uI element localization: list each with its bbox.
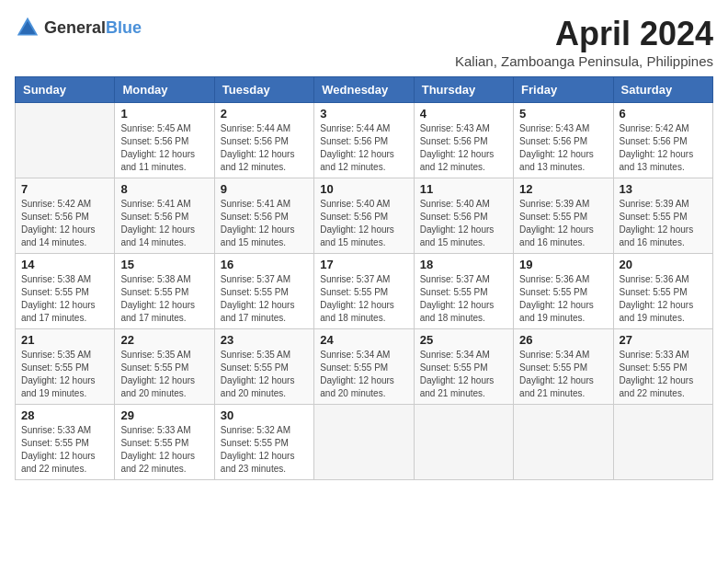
day-info: Sunrise: 5:33 AMSunset: 5:55 PMDaylight:… (21, 424, 108, 476)
logo-text-general: General (44, 18, 106, 37)
logo-text-blue: Blue (106, 18, 142, 37)
day-info: Sunrise: 5:38 AMSunset: 5:55 PMDaylight:… (120, 273, 208, 325)
calendar-cell (414, 405, 513, 480)
day-number: 29 (120, 408, 208, 422)
calendar-cell: 30Sunrise: 5:32 AMSunset: 5:55 PMDayligh… (214, 405, 313, 480)
day-info: Sunrise: 5:39 AMSunset: 5:55 PMDaylight:… (620, 198, 707, 249)
calendar-cell: 25Sunrise: 5:34 AMSunset: 5:55 PMDayligh… (414, 329, 513, 405)
calendar-cell: 15Sunrise: 5:38 AMSunset: 5:55 PMDayligh… (115, 254, 214, 329)
calendar-cell: 9Sunrise: 5:41 AMSunset: 5:56 PMDaylight… (214, 178, 313, 254)
calendar-cell: 23Sunrise: 5:35 AMSunset: 5:55 PMDayligh… (214, 329, 313, 405)
day-info: Sunrise: 5:44 AMSunset: 5:56 PMDaylight:… (320, 122, 407, 174)
day-info: Sunrise: 5:45 AMSunset: 5:56 PMDaylight:… (120, 122, 208, 174)
day-info: Sunrise: 5:33 AMSunset: 5:55 PMDaylight:… (620, 349, 707, 400)
day-info: Sunrise: 5:42 AMSunset: 5:56 PMDaylight:… (620, 122, 707, 174)
calendar-week-row: 14Sunrise: 5:38 AMSunset: 5:55 PMDayligh… (16, 254, 713, 329)
weekday-header-wednesday: Wednesday (314, 77, 414, 103)
day-number: 19 (519, 258, 607, 271)
day-info: Sunrise: 5:34 AMSunset: 5:55 PMDaylight:… (519, 349, 607, 400)
day-number: 12 (519, 182, 607, 196)
day-number: 8 (120, 182, 208, 196)
day-number: 22 (120, 333, 208, 347)
day-number: 11 (420, 182, 507, 196)
calendar-cell: 28Sunrise: 5:33 AMSunset: 5:55 PMDayligh… (16, 405, 115, 480)
calendar-cell: 3Sunrise: 5:44 AMSunset: 5:56 PMDaylight… (314, 103, 414, 178)
day-number: 16 (221, 258, 308, 271)
day-info: Sunrise: 5:38 AMSunset: 5:55 PMDaylight:… (21, 273, 108, 325)
day-info: Sunrise: 5:41 AMSunset: 5:56 PMDaylight:… (221, 198, 308, 249)
day-number: 5 (519, 107, 607, 121)
day-info: Sunrise: 5:34 AMSunset: 5:55 PMDaylight:… (420, 349, 507, 400)
calendar-table: SundayMondayTuesdayWednesdayThursdayFrid… (15, 76, 713, 480)
day-info: Sunrise: 5:32 AMSunset: 5:55 PMDaylight:… (221, 424, 308, 476)
calendar-cell: 26Sunrise: 5:34 AMSunset: 5:55 PMDayligh… (514, 329, 613, 405)
calendar-week-row: 21Sunrise: 5:35 AMSunset: 5:55 PMDayligh… (16, 329, 713, 405)
day-number: 21 (21, 333, 108, 347)
calendar-week-row: 28Sunrise: 5:33 AMSunset: 5:55 PMDayligh… (16, 405, 713, 480)
calendar-cell: 11Sunrise: 5:40 AMSunset: 5:56 PMDayligh… (414, 178, 513, 254)
day-number: 15 (120, 258, 208, 271)
day-info: Sunrise: 5:39 AMSunset: 5:55 PMDaylight:… (519, 198, 607, 249)
day-number: 17 (320, 258, 407, 271)
day-info: Sunrise: 5:43 AMSunset: 5:56 PMDaylight:… (420, 122, 507, 174)
day-number: 13 (620, 182, 707, 196)
day-info: Sunrise: 5:40 AMSunset: 5:56 PMDaylight:… (320, 198, 407, 249)
calendar-week-row: 7Sunrise: 5:42 AMSunset: 5:56 PMDaylight… (16, 178, 713, 254)
day-number: 10 (320, 182, 407, 196)
day-info: Sunrise: 5:35 AMSunset: 5:55 PMDaylight:… (21, 349, 108, 400)
day-number: 24 (320, 333, 407, 347)
logo: GeneralBlue (15, 15, 142, 40)
day-info: Sunrise: 5:37 AMSunset: 5:55 PMDaylight:… (221, 273, 308, 325)
calendar-cell: 18Sunrise: 5:37 AMSunset: 5:55 PMDayligh… (414, 254, 513, 329)
day-number: 23 (221, 333, 308, 347)
calendar-cell: 17Sunrise: 5:37 AMSunset: 5:55 PMDayligh… (314, 254, 414, 329)
day-info: Sunrise: 5:41 AMSunset: 5:56 PMDaylight:… (120, 198, 208, 249)
day-number: 27 (620, 333, 707, 347)
calendar-cell: 7Sunrise: 5:42 AMSunset: 5:56 PMDaylight… (16, 178, 115, 254)
calendar-cell: 22Sunrise: 5:35 AMSunset: 5:55 PMDayligh… (115, 329, 214, 405)
day-info: Sunrise: 5:36 AMSunset: 5:55 PMDaylight:… (519, 273, 607, 325)
calendar-cell: 16Sunrise: 5:37 AMSunset: 5:55 PMDayligh… (214, 254, 313, 329)
calendar-week-row: 1Sunrise: 5:45 AMSunset: 5:56 PMDaylight… (16, 103, 713, 178)
location-title: Kalian, Zamboanga Peninsula, Philippines (455, 53, 713, 69)
calendar-cell: 14Sunrise: 5:38 AMSunset: 5:55 PMDayligh… (16, 254, 115, 329)
day-number: 9 (221, 182, 308, 196)
calendar-cell (16, 103, 115, 178)
day-info: Sunrise: 5:42 AMSunset: 5:56 PMDaylight:… (21, 198, 108, 249)
day-info: Sunrise: 5:34 AMSunset: 5:55 PMDaylight:… (320, 349, 407, 400)
day-info: Sunrise: 5:33 AMSunset: 5:55 PMDaylight:… (120, 424, 208, 476)
weekday-header-thursday: Thursday (414, 77, 513, 103)
calendar-cell: 2Sunrise: 5:44 AMSunset: 5:56 PMDaylight… (214, 103, 313, 178)
weekday-header-sunday: Sunday (16, 77, 115, 103)
calendar-cell: 1Sunrise: 5:45 AMSunset: 5:56 PMDaylight… (115, 103, 214, 178)
weekday-header-tuesday: Tuesday (214, 77, 313, 103)
calendar-cell: 10Sunrise: 5:40 AMSunset: 5:56 PMDayligh… (314, 178, 414, 254)
calendar-cell: 8Sunrise: 5:41 AMSunset: 5:56 PMDaylight… (115, 178, 214, 254)
day-info: Sunrise: 5:35 AMSunset: 5:55 PMDaylight:… (221, 349, 308, 400)
day-info: Sunrise: 5:37 AMSunset: 5:55 PMDaylight:… (320, 273, 407, 325)
calendar-cell (613, 405, 712, 480)
day-info: Sunrise: 5:43 AMSunset: 5:56 PMDaylight:… (519, 122, 607, 174)
weekday-header-row: SundayMondayTuesdayWednesdayThursdayFrid… (16, 77, 713, 103)
page-header: GeneralBlue April 2024 Kalian, Zamboanga… (15, 15, 713, 69)
calendar-cell (514, 405, 613, 480)
title-area: April 2024 Kalian, Zamboanga Peninsula, … (455, 15, 713, 69)
day-info: Sunrise: 5:40 AMSunset: 5:56 PMDaylight:… (420, 198, 507, 249)
calendar-cell: 24Sunrise: 5:34 AMSunset: 5:55 PMDayligh… (314, 329, 414, 405)
calendar-cell (314, 405, 414, 480)
calendar-cell: 5Sunrise: 5:43 AMSunset: 5:56 PMDaylight… (514, 103, 613, 178)
day-number: 1 (120, 107, 208, 121)
day-number: 4 (420, 107, 507, 121)
day-info: Sunrise: 5:37 AMSunset: 5:55 PMDaylight:… (420, 273, 507, 325)
day-number: 3 (320, 107, 407, 121)
calendar-cell: 21Sunrise: 5:35 AMSunset: 5:55 PMDayligh… (16, 329, 115, 405)
calendar-cell: 27Sunrise: 5:33 AMSunset: 5:55 PMDayligh… (613, 329, 712, 405)
weekday-header-monday: Monday (115, 77, 214, 103)
day-number: 25 (420, 333, 507, 347)
day-number: 14 (21, 258, 108, 271)
calendar-cell: 6Sunrise: 5:42 AMSunset: 5:56 PMDaylight… (613, 103, 712, 178)
day-info: Sunrise: 5:35 AMSunset: 5:55 PMDaylight:… (120, 349, 208, 400)
logo-icon (15, 15, 40, 40)
calendar-cell: 20Sunrise: 5:36 AMSunset: 5:55 PMDayligh… (613, 254, 712, 329)
weekday-header-saturday: Saturday (613, 77, 712, 103)
